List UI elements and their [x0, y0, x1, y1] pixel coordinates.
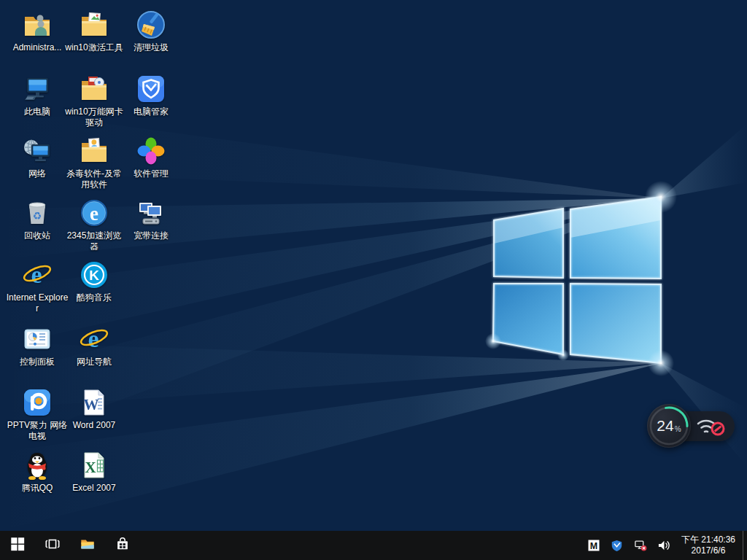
- desktop-icon-browser-2345[interactable]: e2345加速浏览器: [66, 195, 123, 258]
- desktop-icon-label: 控制面板: [6, 357, 69, 368]
- folder-driver-icon: [78, 73, 110, 105]
- task-view-icon: [44, 536, 61, 555]
- system-tray: M: [585, 537, 676, 554]
- desktop-icon-network[interactable]: 网络: [9, 133, 66, 196]
- desktop-icon-url-navigation[interactable]: e 网址导航: [66, 322, 123, 384]
- taskbar-buttons: [0, 531, 140, 560]
- tray-ime-icon[interactable]: M: [585, 537, 603, 554]
- desktop-icon-software-manager[interactable]: 软件管理: [123, 133, 179, 196]
- tray-network-tray-icon[interactable]: [632, 537, 649, 554]
- desktop-icon-label: 杀毒软件-及常用软件: [63, 168, 125, 190]
- folder-apps-icon: [78, 135, 110, 167]
- desktop-icon-win10-activation[interactable]: win10激活工具: [66, 7, 123, 70]
- file-explorer-button[interactable]: [70, 531, 105, 560]
- desktop-icon-label: 电脑管家: [120, 106, 182, 117]
- recycle-bin-icon: ♻: [21, 197, 53, 229]
- desktop-icon-label: 网络: [6, 168, 69, 179]
- svg-text:K: K: [89, 268, 99, 283]
- control-panel-icon: [21, 323, 53, 355]
- ie-icon: e: [78, 323, 110, 355]
- desktop-icon-broadband[interactable]: 宽带连接: [123, 195, 179, 258]
- desktop-icon-label: Administra...: [6, 42, 69, 53]
- desktop-icon-label: win10激活工具: [63, 42, 125, 53]
- desktop-icon-label: 软件管理: [120, 168, 182, 179]
- software-icon: [135, 135, 167, 167]
- desktop-icon-word-2007[interactable]: WWord 2007: [66, 385, 123, 448]
- desktop-icon-pptv[interactable]: PPTV聚力 网络电视: [9, 385, 66, 448]
- svg-text:M: M: [590, 541, 597, 551]
- qq-icon: [21, 449, 53, 481]
- desktop-icon-label: 此电脑: [6, 106, 69, 117]
- svg-text:e: e: [90, 203, 98, 225]
- desktop-icon-label: 2345加速浏览器: [63, 230, 125, 252]
- ie-icon: e: [21, 259, 53, 291]
- wifi-blocked-icon: [696, 416, 727, 438]
- svg-text:e: e: [88, 325, 98, 352]
- desktop-icon-this-pc[interactable]: 此电脑: [9, 71, 66, 134]
- desktop-icon-antivirus-software[interactable]: 杀毒软件-及常用软件: [66, 133, 123, 196]
- clock-date: 2017/6/6: [681, 545, 735, 556]
- tray-pc-manager-tray-icon[interactable]: [608, 537, 626, 554]
- start-icon: [9, 536, 26, 555]
- desktop-icon-internet-explorer[interactable]: e Internet Explorer: [9, 257, 66, 320]
- store-icon: [115, 536, 131, 555]
- svg-text:♻: ♻: [33, 210, 42, 222]
- desktop-icon-label: 腾讯QQ: [6, 483, 69, 494]
- this-pc-icon: [21, 73, 53, 105]
- desktop-icon-tencent-qq[interactable]: 腾讯QQ: [9, 448, 66, 510]
- desktop-icon-label: win10万能网卡驱动: [63, 106, 125, 128]
- desktop-icon-label: Excel 2007: [63, 483, 125, 494]
- taskbar: M 下午 21:40:36 2017/6/6: [0, 531, 747, 560]
- desktop-icon-kugou-music[interactable]: K酷狗音乐: [66, 257, 123, 320]
- speed-ball[interactable]: 24%: [647, 404, 691, 448]
- desktop-icon-label: Word 2007: [63, 420, 125, 431]
- store-button[interactable]: [105, 531, 140, 560]
- kugou-icon: K: [78, 259, 110, 291]
- network-icon: [21, 135, 53, 167]
- pc-manager-icon: [135, 73, 167, 105]
- explorer-icon: [80, 536, 96, 555]
- desktop-icon-clean-junk[interactable]: 清理垃圾: [123, 7, 179, 70]
- desktop-icon-label: 清理垃圾: [120, 42, 182, 53]
- task-view-button[interactable]: [35, 531, 70, 560]
- pptv-icon: [21, 386, 53, 419]
- clock-time: 下午 21:40:36: [681, 534, 735, 545]
- svg-text:X: X: [85, 459, 96, 476]
- show-desktop-button[interactable]: [743, 531, 747, 560]
- desktop-icon-grid: Administra... win10激活工具 清理垃圾 此电脑 win10万能…: [9, 0, 198, 531]
- desktop-icon-label: 酷狗音乐: [63, 292, 125, 303]
- tray-clock[interactable]: 下午 21:40:36 2017/6/6: [676, 534, 743, 556]
- broadband-icon: [135, 197, 167, 229]
- desktop-icon-win10-nic-driver[interactable]: win10万能网卡驱动: [66, 71, 123, 134]
- desktop-icon-label: 回收站: [6, 230, 69, 241]
- tray-volume-icon[interactable]: [655, 537, 673, 554]
- cleaner-icon: [135, 9, 167, 41]
- desktop-icon-label: Internet Explorer: [6, 292, 69, 314]
- memory-usage-percent: 24%: [647, 404, 691, 448]
- folder-picture-icon: [78, 9, 110, 41]
- word-icon: W: [78, 386, 110, 419]
- e-2345-icon: e: [78, 197, 110, 229]
- desktop-icon-label: 网址导航: [63, 357, 125, 368]
- desktop-icon-pc-manager[interactable]: 电脑管家: [123, 71, 179, 134]
- desktop-icon-excel-2007[interactable]: XExcel 2007: [66, 448, 123, 510]
- start-button[interactable]: [0, 531, 35, 560]
- desktop-icon-administrator[interactable]: Administra...: [9, 7, 66, 70]
- svg-text:e: e: [31, 261, 42, 288]
- excel-icon: X: [78, 449, 110, 481]
- accelerator-ball-widget[interactable]: 24%: [647, 404, 736, 449]
- windows-desktop-screen: Administra... win10激活工具 清理垃圾 此电脑 win10万能…: [0, 0, 747, 560]
- desktop-icon-label: PPTV聚力 网络电视: [6, 420, 69, 442]
- desktop-icon-control-panel[interactable]: 控制面板: [9, 322, 66, 384]
- desktop-icon-recycle-bin[interactable]: ♻回收站: [9, 195, 66, 258]
- user-folder-icon: [21, 9, 53, 41]
- desktop-icon-label: 宽带连接: [120, 230, 182, 241]
- svg-text:W: W: [84, 396, 99, 413]
